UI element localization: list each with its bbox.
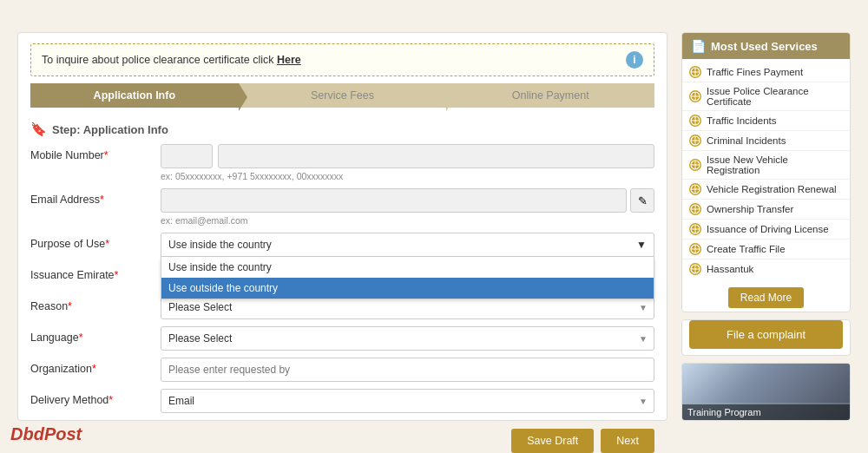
email-address-row: Email Address* ✎ ex: email@email.com bbox=[30, 188, 654, 226]
delivery-method-wrapper: Email ▼ bbox=[161, 389, 654, 413]
purpose-dropdown-field[interactable]: Use inside the country ▼ bbox=[161, 233, 654, 257]
info-icon[interactable]: i bbox=[626, 51, 643, 69]
sidebar-item-hassantuk[interactable]: Hassantuk bbox=[682, 259, 850, 279]
mobile-number-row: Mobile Number* ex: 05xxxxxxxx, +971 5xxx… bbox=[30, 144, 654, 181]
most-used-services-section: 📄 Most Used Services Traffic Fines Payme… bbox=[681, 32, 851, 312]
sidebar-item-ownership-transfer[interactable]: Ownership Transfer bbox=[682, 200, 850, 220]
globe-icon bbox=[689, 223, 701, 235]
email-input[interactable] bbox=[161, 188, 627, 213]
reason-label: Reason* bbox=[30, 295, 152, 312]
language-row: Language* Please Select ▼ bbox=[30, 326, 654, 351]
globe-icon bbox=[689, 90, 701, 102]
form-header-text: Step: Application Info bbox=[52, 123, 168, 136]
organization-label: Organization* bbox=[30, 358, 152, 375]
here-link[interactable]: Here bbox=[277, 54, 301, 66]
purpose-wrapper: Use inside the country ▼ Use inside the … bbox=[161, 233, 654, 257]
purpose-dropdown-container: Use inside the country ▼ Use inside the … bbox=[161, 233, 654, 257]
form-section-header: 🔖 Step: Application Info bbox=[18, 116, 667, 144]
purpose-of-use-row: Purpose of Use* Use inside the country ▼… bbox=[30, 233, 654, 257]
sidebar-services-list: Traffic Fines Payment Issue Police Clear… bbox=[682, 59, 850, 282]
language-select-wrapper: Please Select ▼ bbox=[161, 326, 654, 351]
globe-icon bbox=[689, 115, 701, 127]
sidebar: 📄 Most Used Services Traffic Fines Payme… bbox=[681, 32, 851, 421]
sidebar-item-new-vehicle[interactable]: Issue New Vehicle Registration bbox=[682, 151, 850, 180]
globe-icon bbox=[689, 159, 701, 171]
organization-row: Organization* bbox=[30, 358, 654, 382]
edit-email-button[interactable]: ✎ bbox=[630, 188, 654, 213]
mobile-hint: ex: 05xxxxxxxx, +971 5xxxxxxxx, 00xxxxxx… bbox=[161, 171, 654, 181]
training-image: Training Program bbox=[682, 364, 850, 420]
sidebar-item-criminal-incidents[interactable]: Criminal Incidents bbox=[682, 131, 850, 151]
purpose-selected-value: Use inside the country bbox=[168, 239, 272, 251]
dbd-post-text: Post bbox=[44, 424, 82, 443]
language-label: Language* bbox=[30, 326, 152, 344]
dbd-logo: DbdPost bbox=[10, 424, 82, 443]
progress-steps: Application Info Service Fees Online Pay… bbox=[30, 83, 654, 108]
language-select[interactable]: Please Select bbox=[161, 326, 654, 351]
globe-icon bbox=[689, 135, 701, 147]
issuance-emirate-label: Issuance Emirate* bbox=[30, 264, 152, 281]
sidebar-item-driving-license[interactable]: Issuance of Driving License bbox=[682, 220, 850, 240]
main-form: To inquire about police clearance certif… bbox=[17, 32, 667, 421]
step-application-info[interactable]: Application Info bbox=[30, 83, 239, 108]
read-more-button[interactable]: Read More bbox=[728, 287, 804, 308]
language-wrapper: Please Select ▼ bbox=[161, 326, 654, 351]
sidebar-item-police-clearance[interactable]: Issue Police Clearance Certificate bbox=[682, 82, 850, 111]
chevron-down-icon: ▼ bbox=[636, 239, 647, 251]
sidebar-item-traffic-fines[interactable]: Traffic Fines Payment bbox=[682, 62, 850, 82]
mobile-country-code[interactable] bbox=[161, 144, 213, 168]
purpose-option-inside[interactable]: Use inside the country bbox=[161, 257, 654, 278]
purpose-label: Purpose of Use* bbox=[30, 233, 152, 250]
training-section: Training Program bbox=[681, 363, 851, 421]
bookmark-icon: 🔖 bbox=[30, 121, 47, 137]
mobile-number-input[interactable] bbox=[218, 144, 654, 168]
email-label: Email Address* bbox=[30, 188, 152, 206]
sidebar-item-vehicle-renewal[interactable]: Vehicle Registration Renewal bbox=[682, 180, 850, 200]
organization-wrapper bbox=[161, 358, 654, 382]
sidebar-header-text: Most Used Services bbox=[711, 40, 818, 53]
dbd-watermark: DbdPost bbox=[10, 424, 82, 444]
delivery-method-select[interactable]: Email bbox=[161, 389, 654, 413]
notice-text-content: To inquire about police clearance certif… bbox=[42, 54, 277, 66]
globe-icon bbox=[689, 263, 701, 275]
form-body: Mobile Number* ex: 05xxxxxxxx, +971 5xxx… bbox=[18, 144, 667, 422]
sidebar-header: 📄 Most Used Services bbox=[682, 33, 850, 59]
purpose-dropdown-list: Use inside the country Use outside the c… bbox=[161, 257, 654, 299]
step-service-fees[interactable]: Service Fees bbox=[239, 83, 447, 108]
email-wrapper: ✎ ex: email@email.com bbox=[161, 188, 654, 226]
complaint-section: File a complaint bbox=[681, 319, 851, 357]
step-online-payment[interactable]: Online Payment bbox=[446, 83, 654, 108]
globe-icon bbox=[689, 66, 701, 78]
save-draft-button[interactable]: Save Draft bbox=[511, 429, 594, 453]
delivery-method-label: Delivery Method* bbox=[30, 389, 152, 406]
document-icon: 📄 bbox=[691, 39, 706, 53]
training-label: Training Program bbox=[682, 404, 850, 420]
notice-text: To inquire about police clearance certif… bbox=[42, 54, 301, 66]
delivery-method-select-wrapper: Email ▼ bbox=[161, 389, 654, 413]
globe-icon bbox=[689, 243, 701, 255]
mobile-number-wrapper: ex: 05xxxxxxxx, +971 5xxxxxxxx, 00xxxxxx… bbox=[161, 144, 654, 181]
sidebar-item-traffic-file[interactable]: Create Traffic File bbox=[682, 240, 850, 259]
globe-icon bbox=[689, 203, 701, 215]
next-button[interactable]: Next bbox=[601, 429, 654, 453]
notice-bar: To inquire about police clearance certif… bbox=[30, 43, 654, 76]
required-star: * bbox=[104, 149, 108, 161]
purpose-option-outside[interactable]: Use outside the country bbox=[161, 278, 654, 299]
organization-input[interactable] bbox=[161, 358, 654, 382]
globe-icon bbox=[689, 183, 701, 195]
mobile-number-label: Mobile Number* bbox=[30, 144, 152, 161]
delivery-method-row: Delivery Method* Email ▼ bbox=[30, 389, 654, 413]
sidebar-item-traffic-incidents[interactable]: Traffic Incidents bbox=[682, 111, 850, 131]
email-hint: ex: email@email.com bbox=[161, 215, 654, 226]
file-complaint-button[interactable]: File a complaint bbox=[689, 320, 843, 349]
